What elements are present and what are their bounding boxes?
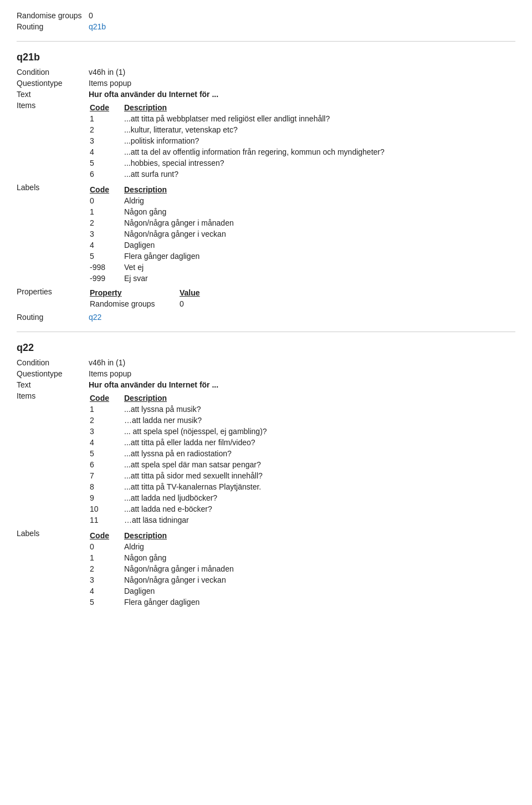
item-desc: ...att titta på webbplatser med religiös… [124, 114, 514, 124]
item-code: 6 [90, 460, 123, 470]
table-row: 1Någon gång [90, 207, 514, 217]
table-row: 1...att titta på webbplatser med religiö… [90, 114, 514, 124]
table-row: Randomise groups 0 [90, 299, 200, 309]
q21b-properties-row: Properties Property Value Randomise grou… [17, 287, 515, 310]
table-row: 8...att titta på TV-kanalernas Playtjäns… [90, 482, 514, 492]
item-desc: ...att lyssna på en radiostation? [124, 449, 514, 459]
question-block-q22: q22 Condition v46h in (1) Questiontype I… [17, 342, 515, 609]
q22-text-label: Text [17, 380, 89, 389]
q21b-routing-label: Routing [17, 313, 89, 322]
q21b-id-text: q21b [17, 52, 40, 63]
item-desc: ...att spela spel där man satsar pengar? [124, 460, 514, 470]
table-row: 6...att spela spel där man satsar pengar… [90, 460, 514, 470]
label-desc: Någon/några gånger i månaden [124, 218, 514, 228]
q22-items-col-code-header: Code [90, 394, 123, 404]
label-desc: Flera gånger dagligen [124, 598, 514, 608]
q22-items-header: Code Description [90, 394, 514, 404]
q22-items-table: Code Description 1...att lyssna på musik… [89, 393, 515, 527]
q22-labels-row: Labels Code Description 0Aldrig 1Någon g… [17, 529, 515, 609]
item-code: 1 [90, 405, 123, 415]
q21b-text-label: Text [17, 90, 89, 99]
q21b-routing-link[interactable]: q22 [89, 313, 101, 322]
item-code: 2 [90, 125, 123, 135]
item-code: 2 [90, 416, 123, 426]
table-row: 4Dagligen [90, 241, 514, 251]
q21b-items-row: Items Code Description 1...att titta på … [17, 101, 515, 181]
q22-items-content: Code Description 1...att lyssna på musik… [89, 391, 515, 527]
q22-text-value: Hur ofta använder du Internet för ... [89, 380, 515, 389]
table-row: 3...politisk information? [90, 136, 514, 146]
question-id-q21b: q21b [17, 52, 515, 63]
item-desc: ...att ladda ned e-böcker? [124, 505, 514, 514]
q21b-questiontype-label: Questiontype [17, 79, 89, 88]
item-desc: ...att titta på sidor med sexuellt inneh… [124, 471, 514, 481]
item-desc: …att ladda ner musik? [124, 416, 514, 426]
q21b-labels-col-desc-header: Description [124, 185, 514, 195]
prop-name: Randomise groups [90, 299, 178, 309]
label-code: 1 [90, 553, 123, 563]
label-code: 4 [90, 241, 123, 251]
label-code: 4 [90, 587, 123, 597]
top-randomise-row: Randomise groups 0 [17, 11, 515, 20]
question-block-q21b: q21b Condition v46h in (1) Questiontype … [17, 52, 515, 322]
q22-condition-value: v46h in (1) [89, 358, 515, 367]
label-desc: Någon/några gånger i veckan [124, 230, 514, 240]
q22-labels-label: Labels [17, 529, 89, 538]
item-desc: ...att surfa runt? [124, 170, 514, 180]
label-desc: Vet ej [124, 263, 514, 273]
q21b-labels-content: Code Description 0Aldrig 1Någon gång 2Nå… [89, 183, 515, 285]
q21b-items-col-code-header: Code [90, 103, 123, 113]
q21b-prop-col-value: Value [180, 288, 200, 298]
table-row: 5...hobbies, special intressen? [90, 159, 514, 169]
item-code: 5 [90, 159, 123, 169]
item-code: 10 [90, 505, 123, 514]
q21b-condition-value: v46h in (1) [89, 68, 515, 77]
item-code: 5 [90, 449, 123, 459]
item-desc: ...kultur, litteratur, vetenskap etc? [124, 125, 514, 135]
table-row: 2Någon/några gånger i månaden [90, 564, 514, 574]
item-code: 1 [90, 114, 123, 124]
item-code: 8 [90, 482, 123, 492]
divider-2 [17, 332, 515, 332]
label-code: 1 [90, 207, 123, 217]
q22-items-col-desc-header: Description [124, 394, 514, 404]
table-row: 3Någon/några gånger i veckan [90, 575, 514, 585]
q21b-labels-header: Code Description [90, 185, 514, 195]
table-row: 0Aldrig [90, 196, 514, 206]
table-row: 5Flera gånger dagligen [90, 598, 514, 608]
item-desc: ...att ladda ned ljudböcker? [124, 493, 514, 503]
q22-questiontype-row: Questiontype Items popup [17, 369, 515, 378]
item-desc: ...att titta på TV-kanalernas Playtjänst… [124, 482, 514, 492]
table-row: 2...kultur, litteratur, vetenskap etc? [90, 125, 514, 135]
q21b-properties-header: Property Value [90, 288, 200, 298]
item-desc: …att läsa tidningar [124, 516, 514, 526]
label-code: -999 [90, 274, 123, 284]
label-code: 2 [90, 564, 123, 574]
table-row: 1Någon gång [90, 553, 514, 563]
table-row: 11…att läsa tidningar [90, 516, 514, 526]
item-desc: ...politisk information? [124, 136, 514, 146]
q22-id-text: q22 [17, 342, 34, 353]
label-desc: Någon/några gånger i månaden [124, 564, 514, 574]
prop-value: 0 [180, 299, 200, 309]
q21b-labels-table: Code Description 0Aldrig 1Någon gång 2Nå… [89, 184, 515, 285]
q22-labels-table: Code Description 0Aldrig 1Någon gång 2Nå… [89, 530, 515, 609]
label-desc: Dagligen [124, 587, 514, 597]
q22-text-row: Text Hur ofta använder du Internet för .… [17, 380, 515, 389]
label-desc: Aldrig [124, 542, 514, 552]
label-code: -998 [90, 263, 123, 273]
item-code: 3 [90, 427, 123, 437]
item-code: 9 [90, 493, 123, 503]
q21b-text-value: Hur ofta använder du Internet för ... [89, 90, 515, 99]
top-routing-link[interactable]: q21b [89, 22, 106, 31]
label-code: 0 [90, 196, 123, 206]
top-randomise-value: 0 [89, 11, 515, 20]
label-desc: Dagligen [124, 241, 514, 251]
q22-labels-content: Code Description 0Aldrig 1Någon gång 2Nå… [89, 529, 515, 609]
q21b-routing-row: Routing q22 [17, 313, 515, 322]
label-desc: Ej svar [124, 274, 514, 284]
table-row: 3... att spela spel (nöjesspel, ej gambl… [90, 427, 514, 437]
q22-labels-col-desc-header: Description [124, 531, 514, 541]
label-code: 3 [90, 230, 123, 240]
q21b-items-table: Code Description 1...att titta på webbpl… [89, 102, 515, 181]
